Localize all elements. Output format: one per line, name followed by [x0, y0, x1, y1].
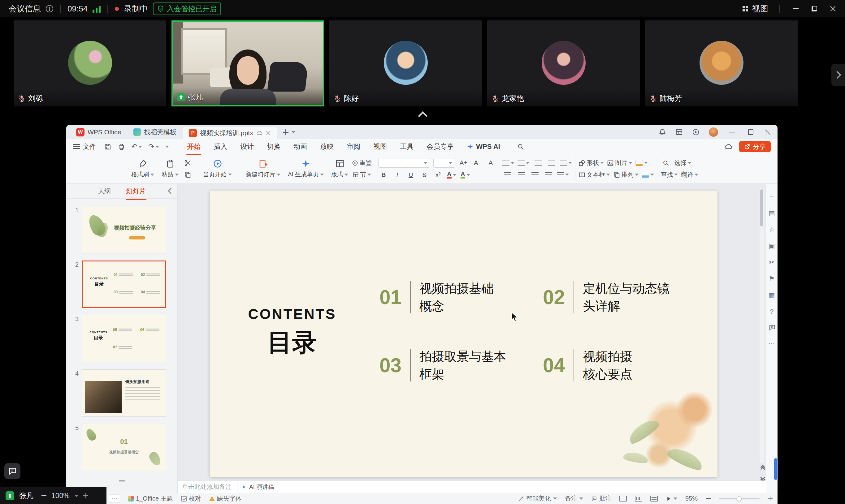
align-right-button[interactable]: [530, 170, 540, 179]
numbered-list-button[interactable]: [517, 158, 530, 168]
participant-tile[interactable]: 陆梅芳: [645, 20, 798, 106]
current-slide[interactable]: CONTENTS 目录 01 视频拍摄基础概念 02 定机位与动态镜头详解: [210, 191, 718, 477]
line-spacing-button[interactable]: [560, 158, 572, 168]
rail-flag-icon[interactable]: ⚑: [769, 275, 775, 283]
superscript-button[interactable]: x²: [433, 170, 443, 179]
tab-review[interactable]: 审阅: [346, 141, 361, 152]
font-family-select[interactable]: [378, 158, 430, 168]
account-avatar[interactable]: [709, 127, 718, 137]
new-tab-button[interactable]: [282, 128, 290, 136]
panel-collapse-icon[interactable]: [168, 188, 174, 194]
collapse-strip-button[interactable]: [413, 109, 433, 120]
tab-insert[interactable]: 插入: [213, 141, 228, 152]
slide-layout-button[interactable]: 版式: [328, 159, 352, 179]
meeting-info-label[interactable]: 会议信息: [9, 3, 41, 14]
tab-slides[interactable]: 幻灯片: [126, 185, 146, 197]
slide-thumbnail-2-selected[interactable]: 2 CONTENTS 目录 01 02 03 04: [70, 260, 177, 308]
arrange-button[interactable]: 排列: [613, 170, 638, 179]
layout-icon[interactable]: [675, 128, 683, 136]
hamburger-menu-icon[interactable]: [73, 144, 80, 149]
copy-button[interactable]: [182, 170, 193, 179]
increase-indent-button[interactable]: [546, 158, 557, 168]
ai-speech-button[interactable]: AI 演讲稿: [237, 482, 278, 492]
proofread-status[interactable]: 校对: [181, 494, 201, 503]
decrease-font-button[interactable]: A-: [472, 158, 482, 168]
rail-help-icon[interactable]: ?: [770, 308, 774, 315]
distribute-button[interactable]: [557, 170, 569, 179]
align-left-button[interactable]: [503, 170, 513, 179]
dock-more-button[interactable]: ⋯: [109, 494, 120, 503]
reading-view-button[interactable]: [650, 496, 658, 502]
share-button[interactable]: 分享: [739, 141, 771, 152]
participant-tile[interactable]: 龙家艳: [487, 20, 640, 106]
rail-pane-icon[interactable]: ▤: [769, 210, 775, 217]
paste-button[interactable]: 粘贴: [158, 159, 182, 179]
share-zoom-out-button[interactable]: [41, 495, 47, 496]
recording-label[interactable]: 录制中: [124, 3, 148, 14]
scrollbar-thumb[interactable]: [760, 190, 763, 227]
theme-status[interactable]: 1_Office 主题: [128, 494, 173, 503]
wps-minimize-button[interactable]: [727, 127, 737, 137]
font-color-button[interactable]: A: [446, 170, 457, 179]
zoom-percentage[interactable]: 95%: [685, 495, 698, 502]
italic-button[interactable]: I: [392, 170, 402, 179]
slide-thumbnail-3[interactable]: 3 CONTENTS 目录 05 06 07: [70, 315, 177, 362]
shapes-button[interactable]: 形状: [579, 158, 604, 168]
play-from-current-button[interactable]: 当页开始: [199, 159, 235, 179]
wps-restore-button[interactable]: [746, 127, 755, 137]
tab-member-exclusive[interactable]: 会员专享: [426, 141, 454, 152]
slide-thumbnail-4[interactable]: 4 镜头拍摄用途: [70, 370, 177, 417]
normal-view-button[interactable]: [619, 496, 627, 502]
next-participants-button[interactable]: [831, 64, 845, 86]
info-icon[interactable]: [46, 5, 53, 12]
decrease-indent-button[interactable]: [533, 158, 543, 168]
community-globe-icon[interactable]: [692, 128, 700, 136]
fill-color-button[interactable]: [635, 158, 648, 168]
redo-button[interactable]: ↷: [148, 142, 159, 151]
participant-tile[interactable]: 刘砾: [14, 20, 166, 106]
tab-home[interactable]: 开始: [186, 141, 201, 152]
tab-tools[interactable]: 工具: [399, 141, 414, 152]
zoom-slider[interactable]: [719, 498, 760, 499]
rail-more-icon[interactable]: ⋯: [769, 340, 775, 347]
chat-floating-button[interactable]: [4, 463, 20, 479]
print-icon[interactable]: [118, 143, 125, 150]
notes-placeholder[interactable]: 单击此处添加备注: [182, 483, 231, 491]
cut-button[interactable]: [182, 158, 193, 168]
new-slide-button[interactable]: 新建幻灯片: [242, 159, 284, 179]
tab-slideshow[interactable]: 放映: [319, 141, 334, 152]
toc-item-01[interactable]: 01 视频拍摄基础概念: [380, 280, 494, 315]
ai-generate-page-button[interactable]: AI 生成单页: [284, 159, 328, 179]
share-zoom-in-button[interactable]: [83, 493, 88, 498]
tab-document-active[interactable]: P 视频实操培训.pptx: [182, 127, 277, 139]
play-slideshow-button[interactable]: [666, 496, 677, 502]
smart-beautify-button[interactable]: 智能美化: [518, 494, 557, 503]
tab-list-caret-icon[interactable]: [292, 131, 295, 133]
notifications-bell-icon[interactable]: [659, 128, 666, 136]
rail-favorites-icon[interactable]: ☆: [769, 226, 775, 233]
underline-button[interactable]: U: [405, 170, 416, 179]
scroll-indicator[interactable]: [774, 458, 777, 480]
undo-button[interactable]: ↶: [131, 142, 142, 151]
reset-button[interactable]: 重置: [352, 158, 372, 168]
translate-button[interactable]: 翻译: [681, 170, 698, 179]
align-center-button[interactable]: [516, 170, 527, 179]
bold-button[interactable]: B: [378, 170, 389, 179]
toc-item-02[interactable]: 02 定机位与动态镜头详解: [543, 280, 669, 315]
search-icon[interactable]: [517, 143, 524, 150]
participant-tile-active-speaker[interactable]: 张凡: [172, 20, 324, 106]
file-menu[interactable]: 文件: [83, 142, 96, 151]
section-button[interactable]: 节: [352, 170, 372, 179]
add-slide-button[interactable]: [66, 474, 177, 488]
tab-transitions[interactable]: 切换: [266, 141, 281, 152]
close-button[interactable]: [828, 4, 838, 13]
clear-format-button[interactable]: A: [485, 158, 496, 168]
missing-font-warning[interactable]: 缺失字体: [209, 494, 242, 503]
bullet-list-button[interactable]: [503, 158, 514, 168]
strikethrough-button[interactable]: S: [419, 170, 429, 179]
zoom-slider-knob[interactable]: [737, 496, 742, 501]
tab-view[interactable]: 视图: [373, 141, 388, 152]
notes-toggle-button[interactable]: 备注: [565, 494, 583, 503]
tab-outline[interactable]: 大纲: [97, 185, 111, 197]
select-button[interactable]: 选择: [674, 158, 691, 168]
